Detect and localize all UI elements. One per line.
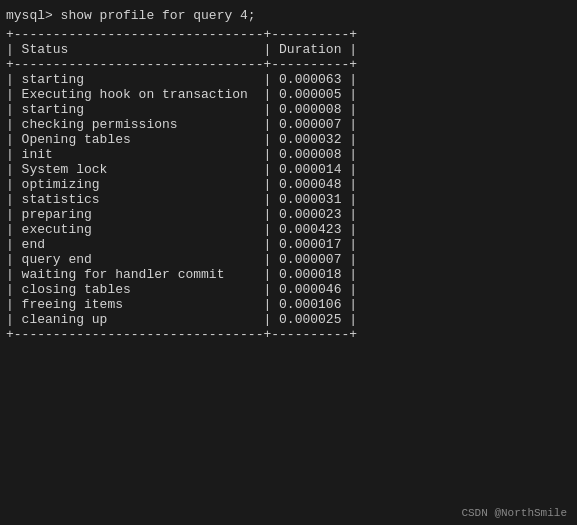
table-row: | executing | 0.000423 | (6, 222, 571, 237)
table-body: | starting | 0.000063 || Executing hook … (6, 72, 571, 327)
command-line: mysql> show profile for query 4; (6, 8, 571, 23)
terminal-window: mysql> show profile for query 4; +------… (0, 0, 577, 525)
table-row: | init | 0.000008 | (6, 147, 571, 162)
header-text: | Status | Duration | (6, 42, 357, 57)
table-row: | Executing hook on transaction | 0.0000… (6, 87, 571, 102)
table-row: | checking permissions | 0.000007 | (6, 117, 571, 132)
header-row: | Status | Duration | (6, 42, 571, 57)
separator-top: +--------------------------------+------… (6, 27, 571, 42)
table-row: | starting | 0.000063 | (6, 72, 571, 87)
table-row: | waiting for handler commit | 0.000018 … (6, 267, 571, 282)
table-row: | System lock | 0.000014 | (6, 162, 571, 177)
table-container: +--------------------------------+------… (6, 27, 571, 342)
table-row: | Opening tables | 0.000032 | (6, 132, 571, 147)
separator-mid: +--------------------------------+------… (6, 57, 571, 72)
table-row: | closing tables | 0.000046 | (6, 282, 571, 297)
table-row: | statistics | 0.000031 | (6, 192, 571, 207)
table-row: | optimizing | 0.000048 | (6, 177, 571, 192)
table-row: | starting | 0.000008 | (6, 102, 571, 117)
table-row: | end | 0.000017 | (6, 237, 571, 252)
watermark: CSDN @NorthSmile (461, 507, 567, 519)
table-row: | cleaning up | 0.000025 | (6, 312, 571, 327)
separator-bot: +--------------------------------+------… (6, 327, 571, 342)
table-row: | preparing | 0.000023 | (6, 207, 571, 222)
table-row: | query end | 0.000007 | (6, 252, 571, 267)
table-row: | freeing items | 0.000106 | (6, 297, 571, 312)
